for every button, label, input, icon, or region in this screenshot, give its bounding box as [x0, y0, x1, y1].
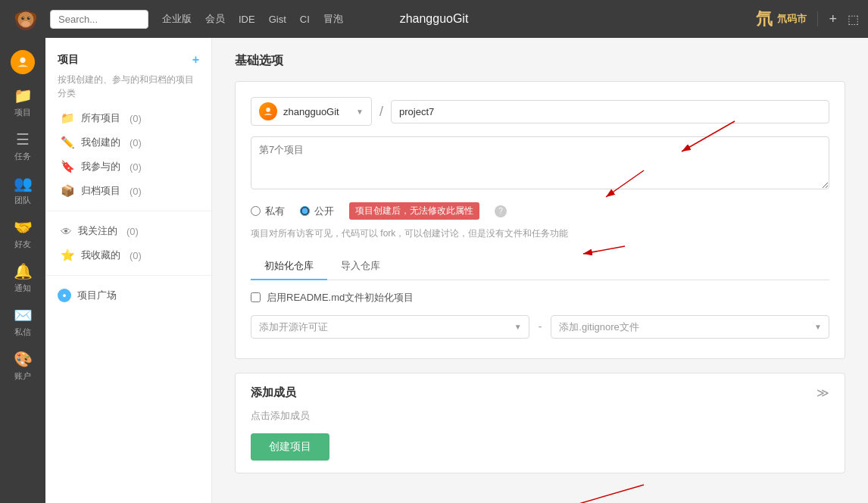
license-select[interactable]: 添加开源许可证	[251, 315, 529, 339]
search-input[interactable]	[50, 10, 148, 29]
sidebar-label-notifications: 通知	[14, 283, 31, 294]
svg-point-4	[21, 21, 30, 27]
notifications-icon: 🔔	[14, 262, 33, 280]
sidebar-section-desc: 按我创建的、参与的和归档的项目分类	[45, 71, 211, 106]
star-icon: ⭐	[61, 248, 75, 262]
top-nav: 企业版 会员 IDE Gist CI 冒泡 zhangguoGit 氘 氘码市 …	[0, 0, 868, 38]
sidebar-add-button[interactable]: +	[192, 53, 199, 67]
sidebar-label-messages: 私信	[14, 326, 31, 338]
add-button[interactable]: +	[829, 11, 837, 27]
nav-link-maopu[interactable]: 冒泡	[323, 12, 343, 26]
sidebar-following-label: 我关注的	[78, 224, 117, 238]
sidebar-starred-label: 我收藏的	[81, 248, 120, 262]
sidebar-label-friends: 好友	[14, 239, 31, 250]
sidebar-all-projects-label: 所有项目	[81, 111, 120, 125]
project-name-input[interactable]	[391, 100, 829, 123]
friends-icon: 🤝	[14, 218, 33, 236]
nav-divider	[817, 11, 818, 27]
select-row: 添加开源许可证 ▼ - 添加.gitignore文件 ▼	[251, 315, 829, 339]
project-desc-textarea[interactable]	[251, 136, 829, 189]
radio-private[interactable]	[251, 206, 261, 216]
help-icon[interactable]: ?	[495, 205, 507, 217]
sidebar-label-tasks: 任务	[14, 151, 31, 162]
owner-select[interactable]: zhangguoGit ▼	[251, 97, 372, 126]
nav-logo-right: 氘 氘码市	[756, 8, 807, 30]
sidebar-item-archived[interactable]: 📦 归档项目 (0)	[45, 179, 211, 203]
main-content: 基础选项 zhangguoGit ▼ /	[212, 38, 868, 503]
license-select-wrapper: 添加开源许可证 ▼	[251, 315, 529, 339]
nav-sidebar: 项目 + 按我创建的、参与的和归档的项目分类 📁 所有项目 (0) ✏️ 我创建…	[45, 38, 212, 503]
eye-icon: 👁	[61, 225, 72, 238]
sidebar-joined-label: 我参与的	[81, 160, 120, 173]
sidebar-icon-avatar[interactable]	[0, 44, 45, 80]
nav-link-member[interactable]: 会员	[205, 12, 225, 26]
sidebar-divider	[45, 211, 211, 211]
nav-link-gist[interactable]: Gist	[269, 14, 286, 25]
members-title: 添加成员	[251, 386, 296, 400]
sidebar-icon-account[interactable]: 🎨 账户	[0, 344, 45, 388]
tab-init-repo[interactable]: 初始化仓库	[251, 253, 327, 280]
nav-center-username: zhangguoGit	[400, 12, 469, 26]
radio-private-label[interactable]: 私有	[251, 205, 285, 218]
svg-point-9	[20, 58, 25, 63]
slash-separator: /	[379, 104, 383, 120]
sidebar-item-all-projects[interactable]: 📁 所有项目 (0)	[45, 106, 211, 130]
svg-point-8	[29, 17, 30, 18]
inbox-button[interactable]: ⬚	[848, 12, 859, 27]
sidebar-item-created[interactable]: ✏️ 我创建的 (0)	[45, 130, 211, 155]
svg-line-15	[553, 485, 644, 503]
readme-checkbox[interactable]	[251, 292, 261, 302]
readme-checkbox-row: 启用README.md文件初始化项目	[251, 291, 829, 305]
tab-bar: 初始化仓库 导入仓库	[251, 253, 829, 280]
svg-point-7	[23, 17, 23, 18]
starred-count: (0)	[130, 250, 142, 261]
account-icon: 🎨	[14, 350, 33, 368]
tab-import-repo[interactable]: 导入仓库	[327, 253, 394, 280]
market-circle-icon: ●	[58, 289, 71, 302]
radio-public-label[interactable]: 公开	[300, 205, 334, 218]
bookmark-icon: 🔖	[61, 160, 75, 173]
expand-icon[interactable]: ≫	[816, 386, 829, 400]
owner-row: zhangguoGit ▼ /	[251, 97, 829, 126]
inner-content: 基础选项 zhangguoGit ▼ /	[235, 53, 845, 473]
gitignore-select[interactable]: 添加.gitignore文件	[551, 315, 829, 339]
radio-public-text: 公开	[314, 205, 334, 218]
svg-point-6	[27, 17, 30, 20]
dash-separator: -	[539, 320, 542, 333]
folder-icon: 📁	[61, 111, 75, 125]
members-add-text[interactable]: 点击添加成员	[251, 409, 829, 423]
edit-icon: ✏️	[61, 136, 75, 149]
readme-label: 启用README.md文件初始化项目	[267, 291, 414, 305]
sidebar-item-following[interactable]: 👁 我关注的 (0)	[45, 219, 211, 243]
privacy-radio-row: 私有 公开 项目创建后，无法修改此属性 ?	[251, 202, 829, 220]
user-avatar-icon	[11, 50, 35, 74]
privacy-description: 项目对所有访客可见，代码可以 fork，可以创建讨论，但是没有文件和任务功能	[251, 226, 829, 242]
members-section: 添加成员 ≫ 点击添加成员 创建项目	[235, 373, 845, 473]
sidebar-icon-teams[interactable]: 👥 团队	[0, 168, 45, 212]
sidebar-icon-notifications[interactable]: 🔔 通知	[0, 256, 45, 300]
nav-link-ci[interactable]: CI	[300, 14, 310, 25]
sidebar-icon-friends[interactable]: 🤝 好友	[0, 212, 45, 256]
sidebar-icon-tasks[interactable]: ☰ 任务	[0, 124, 45, 168]
nav-link-enterprise[interactable]: 企业版	[162, 12, 192, 26]
icon-sidebar: 📁 项目 ☰ 任务 👥 团队 🤝 好友 🔔 通知 ✉️ 私信 🎨 账户	[0, 38, 45, 503]
logo-icon: 氘	[756, 8, 773, 30]
sidebar-item-starred[interactable]: ⭐ 我收藏的 (0)	[45, 243, 211, 267]
owner-caret-icon: ▼	[356, 108, 364, 116]
radio-private-text: 私有	[265, 205, 285, 218]
basic-section-title: 基础选项	[235, 53, 845, 69]
sidebar-item-market[interactable]: ● 项目广场	[45, 283, 211, 308]
main-layout: 📁 项目 ☰ 任务 👥 团队 🤝 好友 🔔 通知 ✉️ 私信 🎨 账户	[0, 38, 868, 503]
sidebar-icon-projects[interactable]: 📁 项目	[0, 80, 45, 124]
joined-count: (0)	[130, 161, 142, 173]
warning-badge: 项目创建后，无法修改此属性	[349, 202, 479, 220]
sidebar-icon-messages[interactable]: ✉️ 私信	[0, 300, 45, 344]
sidebar-market-label: 项目广场	[77, 289, 117, 302]
sidebar-item-joined[interactable]: 🔖 我参与的 (0)	[45, 155, 211, 179]
nav-right: 氘 氘码市 + ⬚	[756, 8, 859, 30]
create-project-button[interactable]: 创建项目	[251, 433, 329, 461]
sidebar-projects-header: 项目 +	[45, 48, 211, 71]
radio-public[interactable]	[300, 206, 310, 216]
messages-icon: ✉️	[14, 306, 33, 324]
nav-link-ide[interactable]: IDE	[239, 14, 255, 25]
